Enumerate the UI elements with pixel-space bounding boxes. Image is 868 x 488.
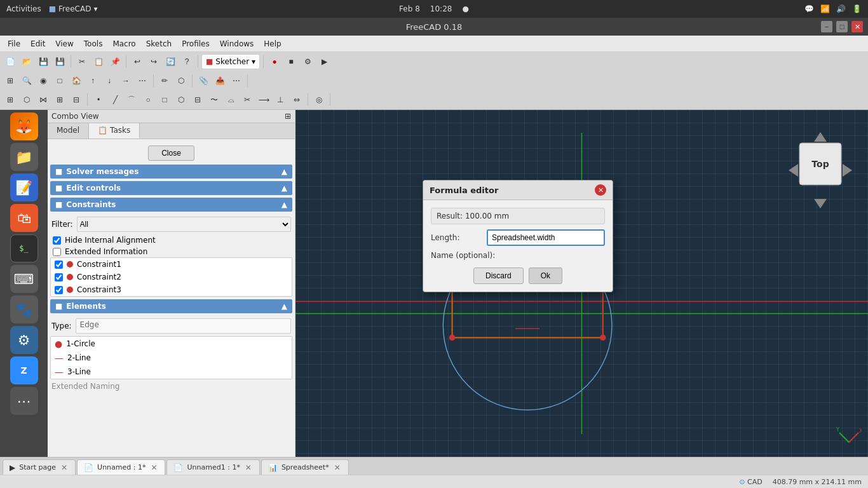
record-btn[interactable]: ● bbox=[267, 54, 282, 69]
formula-input[interactable] bbox=[487, 229, 605, 246]
element-circle[interactable]: ● 1-Circle bbox=[51, 337, 292, 351]
save-as-btn[interactable]: 💾 bbox=[52, 54, 67, 69]
menu-profiles[interactable]: Profiles bbox=[177, 37, 215, 50]
redo-btn[interactable]: ↪ bbox=[146, 54, 161, 69]
fit-all-btn[interactable]: ⊞ bbox=[3, 73, 18, 88]
sketch-tools-btn[interactable]: ✏ bbox=[157, 73, 172, 88]
copy-btn[interactable]: 📋 bbox=[91, 54, 106, 69]
battery-icon[interactable]: 🔋 bbox=[852, 4, 862, 13]
menu-macro[interactable]: Macro bbox=[107, 37, 140, 50]
menu-view[interactable]: View bbox=[50, 37, 78, 50]
extended-info-checkbox[interactable] bbox=[53, 248, 61, 256]
tab-start-page[interactable]: ▶ Start page ✕ bbox=[3, 459, 76, 475]
menu-edit[interactable]: Edit bbox=[25, 37, 50, 50]
coincident-btn[interactable]: ◎ bbox=[311, 92, 327, 107]
constraint-item-1[interactable]: Constraint1 bbox=[51, 258, 292, 271]
std-view-btn[interactable]: □ bbox=[52, 73, 67, 88]
extend-btn[interactable]: ⟶ bbox=[256, 92, 271, 107]
grid-btn[interactable]: ⊞ bbox=[3, 92, 18, 107]
sidebar-freecad[interactable]: ⚙ bbox=[10, 326, 38, 354]
sidebar-screenkey[interactable]: ⌨ bbox=[10, 265, 38, 293]
menu-file[interactable]: File bbox=[3, 37, 25, 50]
volume-icon[interactable]: 🔊 bbox=[836, 4, 846, 13]
draw-style-btn[interactable]: ◉ bbox=[36, 73, 51, 88]
fit-selection-btn[interactable]: 🔍 bbox=[19, 73, 34, 88]
tab-tasks[interactable]: 📋Tasks bbox=[89, 123, 140, 139]
edit-collapse-icon[interactable]: ▲ bbox=[281, 184, 287, 193]
close-window-button[interactable]: ✕ bbox=[851, 21, 863, 32]
sidebar-zoom[interactable]: Z bbox=[10, 356, 38, 384]
polygon-btn[interactable]: ⬡ bbox=[173, 92, 189, 107]
detach-btn[interactable]: 📤 bbox=[212, 73, 227, 88]
arc-btn[interactable]: ⌒ bbox=[124, 92, 139, 107]
circle-btn[interactable]: ○ bbox=[140, 92, 156, 107]
wifi-icon[interactable]: 📶 bbox=[820, 4, 830, 13]
fillet-btn[interactable]: ⌓ bbox=[223, 92, 238, 107]
undo-btn[interactable]: ↩ bbox=[130, 54, 145, 69]
help-btn[interactable]: ? bbox=[179, 54, 194, 69]
rect-btn[interactable]: □ bbox=[157, 92, 172, 107]
macro-btn[interactable]: ⚙ bbox=[300, 54, 315, 69]
slot-btn[interactable]: ⊟ bbox=[190, 92, 205, 107]
elements-header[interactable]: ■ Elements ▲ bbox=[50, 299, 292, 313]
new-file-btn[interactable]: 📄 bbox=[3, 54, 18, 69]
open-btn[interactable]: 📂 bbox=[19, 54, 34, 69]
split-btn[interactable]: ⊥ bbox=[273, 92, 288, 107]
constraint-item-2[interactable]: Constraint2 bbox=[51, 271, 292, 283]
minimize-button[interactable]: − bbox=[821, 21, 832, 32]
cut-btn[interactable]: ✂ bbox=[74, 54, 90, 69]
line-btn[interactable]: ╱ bbox=[107, 92, 123, 107]
constraint-item-3[interactable]: Constraint3 bbox=[51, 283, 292, 296]
spline-btn[interactable]: 〜 bbox=[207, 92, 222, 107]
sidebar-appstore[interactable]: 🛍 bbox=[10, 204, 38, 232]
view-back-btn[interactable]: ↓ bbox=[102, 73, 117, 88]
element-line-2[interactable]: — 3-Line bbox=[51, 365, 292, 379]
view-right-btn[interactable]: → bbox=[118, 73, 133, 88]
constraint-btn[interactable]: ⬡ bbox=[19, 92, 34, 107]
elements-collapse-icon[interactable]: ▲ bbox=[281, 302, 287, 311]
element-line-1[interactable]: — 2-Line bbox=[51, 351, 292, 365]
workbench-dropdown[interactable]: ■ Sketcher ▾ bbox=[201, 54, 260, 69]
more-views-btn[interactable]: ⋯ bbox=[229, 73, 244, 88]
sidebar-files[interactable]: 📁 bbox=[10, 143, 38, 171]
filter-select[interactable]: All bbox=[77, 217, 291, 232]
menu-help[interactable]: Help bbox=[259, 37, 286, 50]
refresh-btn[interactable]: 🔄 bbox=[163, 54, 178, 69]
message-icon[interactable]: 💬 bbox=[804, 4, 814, 13]
discard-button[interactable]: Discard bbox=[473, 268, 524, 284]
solver-messages-header[interactable]: ■ Solver messages ▲ bbox=[50, 165, 292, 179]
external-geom-btn[interactable]: ⊟ bbox=[69, 92, 84, 107]
menu-sketch[interactable]: Sketch bbox=[141, 37, 177, 50]
paste-btn[interactable]: 📌 bbox=[107, 54, 123, 69]
attach-btn[interactable]: 📎 bbox=[196, 73, 211, 88]
hide-internal-checkbox[interactable] bbox=[53, 236, 61, 245]
sidebar-apps[interactable]: ⋯ bbox=[10, 387, 38, 415]
menu-tools[interactable]: Tools bbox=[79, 37, 108, 50]
canvas-area[interactable]: 100 mm Top bbox=[295, 110, 868, 457]
menu-windows[interactable]: Windows bbox=[215, 37, 259, 50]
ok-button[interactable]: Ok bbox=[529, 268, 562, 284]
tab-model[interactable]: Model bbox=[48, 123, 89, 139]
run-btn[interactable]: ▶ bbox=[316, 54, 332, 69]
activities-label[interactable]: Activities bbox=[6, 4, 41, 13]
sidebar-firefox[interactable]: 🦊 bbox=[10, 112, 38, 140]
tab-spreadsheet-close[interactable]: ✕ bbox=[333, 463, 342, 472]
maximize-button[interactable]: □ bbox=[836, 21, 848, 32]
stop-btn[interactable]: ■ bbox=[283, 54, 299, 69]
tab-unnamed1-1-close[interactable]: ✕ bbox=[244, 463, 253, 472]
home-btn[interactable]: 🏠 bbox=[69, 73, 84, 88]
sidebar-gimp[interactable]: 🐾 bbox=[10, 295, 38, 323]
constraints-header[interactable]: ■ Constraints ▲ bbox=[50, 198, 292, 212]
solver-collapse-icon[interactable]: ▲ bbox=[281, 167, 287, 176]
constraints-collapse-icon[interactable]: ▲ bbox=[281, 200, 287, 209]
clone-btn[interactable]: ⊞ bbox=[52, 92, 67, 107]
elements-btn[interactable]: ⬡ bbox=[173, 73, 189, 88]
point-btn[interactable]: • bbox=[91, 92, 106, 107]
sym-btn[interactable]: ⋈ bbox=[36, 92, 51, 107]
tab-start-close[interactable]: ✕ bbox=[60, 463, 69, 472]
mirror-btn[interactable]: ⇔ bbox=[289, 92, 304, 107]
view-front-btn[interactable]: ↑ bbox=[85, 73, 100, 88]
save-btn[interactable]: 💾 bbox=[36, 54, 51, 69]
tab-unnamed-1[interactable]: 📄 Unnamed : 1* ✕ bbox=[77, 459, 165, 475]
view-more-btn[interactable]: ⋯ bbox=[135, 73, 150, 88]
